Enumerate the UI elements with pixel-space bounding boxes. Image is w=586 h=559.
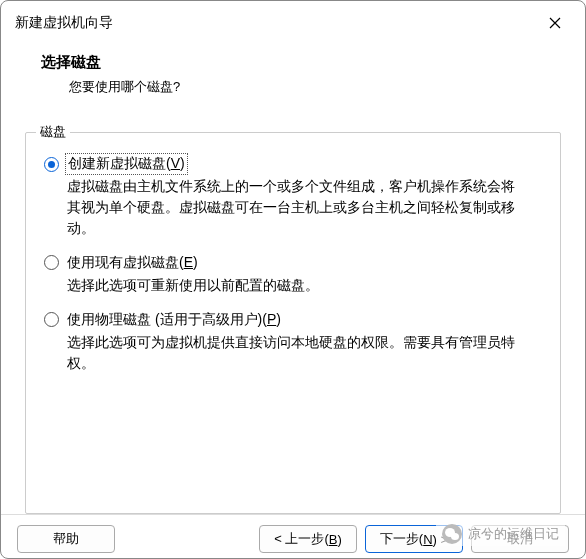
titlebar: 新建虚拟机向导: [1, 1, 585, 43]
option-description: 选择此选项可为虚拟机提供直接访问本地硬盘的权限。需要具有管理员特权。: [44, 329, 524, 375]
radio-label: 创建新虚拟磁盘(V): [67, 155, 186, 173]
radio-label: 使用现有虚拟磁盘(E): [67, 254, 198, 272]
close-icon: [549, 17, 561, 29]
next-button[interactable]: 下一步(N) >: [365, 525, 463, 553]
cancel-button[interactable]: 取消: [471, 525, 569, 553]
radio-icon: [44, 255, 59, 270]
radio-use-physical-disk[interactable]: 使用物理磁盘 (适用于高级用户)(P): [44, 311, 542, 329]
wizard-content: 磁盘 创建新虚拟磁盘(V) 虚拟磁盘由主机文件系统上的一个或多个文件组成，客户机…: [1, 110, 585, 514]
option-use-physical-disk: 使用物理磁盘 (适用于高级用户)(P) 选择此选项可为虚拟机提供直接访问本地硬盘…: [44, 311, 542, 375]
option-use-existing-disk: 使用现有虚拟磁盘(E) 选择此选项可重新使用以前配置的磁盘。: [44, 254, 542, 297]
wizard-dialog: 新建虚拟机向导 选择磁盘 您要使用哪个磁盘? 磁盘 创建新虚拟磁盘(V) 虚拟磁…: [0, 0, 586, 559]
radio-icon: [44, 157, 59, 172]
radio-use-existing-disk[interactable]: 使用现有虚拟磁盘(E): [44, 254, 542, 272]
wizard-footer: 帮助 < 上一步(B) 下一步(N) > 取消: [1, 514, 585, 559]
group-legend: 磁盘: [36, 123, 70, 141]
radio-icon: [44, 312, 59, 327]
disk-group: 磁盘 创建新虚拟磁盘(V) 虚拟磁盘由主机文件系统上的一个或多个文件组成，客户机…: [25, 132, 561, 514]
option-description: 选择此选项可重新使用以前配置的磁盘。: [44, 272, 524, 297]
option-create-new-disk: 创建新虚拟磁盘(V) 虚拟磁盘由主机文件系统上的一个或多个文件组成，客户机操作系…: [44, 155, 542, 240]
close-button[interactable]: [537, 9, 573, 37]
radio-create-new-disk[interactable]: 创建新虚拟磁盘(V): [44, 155, 542, 173]
help-button[interactable]: 帮助: [17, 525, 115, 553]
option-description: 虚拟磁盘由主机文件系统上的一个或多个文件组成，客户机操作系统会将其视为单个硬盘。…: [44, 173, 524, 240]
window-title: 新建虚拟机向导: [15, 14, 113, 32]
page-heading: 选择磁盘: [41, 53, 561, 72]
wizard-header: 选择磁盘 您要使用哪个磁盘?: [1, 43, 585, 110]
radio-label: 使用物理磁盘 (适用于高级用户)(P): [67, 311, 281, 329]
back-button[interactable]: < 上一步(B): [259, 525, 357, 553]
page-subheading: 您要使用哪个磁盘?: [41, 78, 561, 96]
